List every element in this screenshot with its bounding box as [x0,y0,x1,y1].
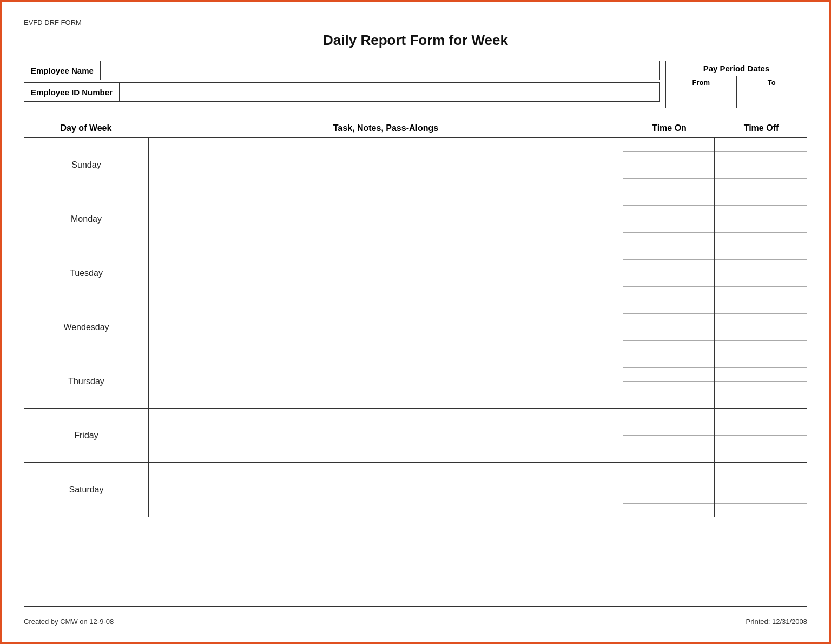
time-on-sub-2 [623,260,714,273]
time-off-sub-3 [715,327,807,341]
employee-id-input[interactable] [120,82,660,102]
time-off-sub-2 [715,314,807,327]
time-on-sub-1 [623,354,714,368]
day-name-cell: Saturday [24,463,149,517]
form-label: EVFD DRF FORM [24,18,807,27]
time-on-sub-3 [623,273,714,287]
time-off-sub-3 [715,382,807,395]
time-off-sub-4 [715,287,807,300]
time-on-cell [623,192,715,246]
col-header-time-on: Time On [623,123,715,133]
time-off-sub-1 [715,463,807,476]
tasks-input[interactable] [149,409,623,462]
employee-name-input[interactable] [101,61,660,80]
col-header-tasks: Task, Notes, Pass-Alongs [148,123,623,133]
time-on-sub-4 [623,395,714,408]
tasks-input[interactable] [149,192,623,246]
employee-name-row: Employee Name [24,61,660,80]
time-off-sub-2 [715,368,807,382]
employee-id-label: Employee ID Number [24,82,120,102]
time-off-sub-3 [715,273,807,287]
time-on-sub-2 [623,206,714,219]
time-off-cell [715,409,807,462]
time-on-sub-4 [623,504,714,517]
time-on-sub-3 [623,219,714,233]
time-off-sub-3 [715,219,807,233]
pay-period-block: Pay Period Dates From To [665,61,807,108]
time-off-sub-4 [715,179,807,192]
employee-name-label: Employee Name [24,61,101,80]
time-on-sub-3 [623,490,714,504]
time-off-sub-1 [715,354,807,368]
time-off-sub-4 [715,233,807,246]
tasks-input[interactable] [149,463,623,517]
time-off-sub-1 [715,409,807,422]
time-off-sub-3 [715,165,807,179]
time-off-sub-4 [715,341,807,354]
employee-id-row: Employee ID Number [24,82,660,102]
time-on-sub-1 [623,246,714,260]
time-off-sub-4 [715,395,807,408]
time-off-sub-4 [715,449,807,462]
time-on-sub-2 [623,152,714,165]
pay-period-title: Pay Period Dates [666,61,807,76]
time-off-sub-3 [715,490,807,504]
time-on-sub-4 [623,449,714,462]
day-row: Thursday [24,354,807,409]
time-off-cell [715,138,807,192]
time-off-sub-2 [715,476,807,490]
pay-from-input[interactable] [666,89,736,108]
time-on-sub-3 [623,165,714,179]
time-on-sub-4 [623,233,714,246]
time-off-sub-1 [715,192,807,206]
footer-created: Created by CMW on 12-9-08 [24,617,114,626]
time-on-sub-4 [623,179,714,192]
time-on-sub-1 [623,300,714,314]
time-off-sub-2 [715,422,807,436]
tasks-input[interactable] [149,354,623,408]
time-on-cell [623,463,715,517]
time-off-cell [715,192,807,246]
time-on-cell [623,246,715,300]
tasks-input[interactable] [149,246,623,300]
time-on-sub-1 [623,409,714,422]
day-row: Wendesday [24,300,807,354]
day-row: Friday [24,409,807,463]
schedule-table: Sunday Monday [24,137,807,607]
day-row: Sunday [24,138,807,192]
time-on-sub-2 [623,422,714,436]
top-info-area: Employee Name Employee ID Number Pay Per… [24,61,807,108]
time-off-sub-2 [715,260,807,273]
time-off-sub-4 [715,504,807,517]
time-off-cell [715,463,807,517]
day-row: Tuesday [24,246,807,300]
tasks-input[interactable] [149,300,623,354]
time-on-sub-2 [623,476,714,490]
time-off-sub-1 [715,246,807,260]
time-off-sub-2 [715,152,807,165]
pay-to-input[interactable] [736,89,807,108]
time-on-cell [623,300,715,354]
tasks-input[interactable] [149,138,623,192]
employee-info-section: Employee Name Employee ID Number [24,61,660,108]
day-row: Saturday [24,463,807,517]
time-on-cell [623,138,715,192]
time-off-sub-1 [715,300,807,314]
time-on-sub-1 [623,192,714,206]
day-row: Monday [24,192,807,246]
time-on-sub-3 [623,382,714,395]
col-header-day: Day of Week [24,123,148,133]
from-label: From [666,76,737,89]
time-off-sub-2 [715,206,807,219]
time-off-sub-3 [715,436,807,449]
day-name-cell: Wendesday [24,300,149,354]
page-container: EVFD DRF FORM Daily Report Form for Week… [0,0,831,644]
pay-period-inputs [666,89,807,108]
time-on-sub-3 [623,436,714,449]
day-name-cell: Sunday [24,138,149,192]
day-name-cell: Thursday [24,354,149,408]
pay-period-labels: From To [666,76,807,89]
time-off-cell [715,354,807,408]
to-label: To [737,76,807,89]
time-off-sub-1 [715,138,807,152]
